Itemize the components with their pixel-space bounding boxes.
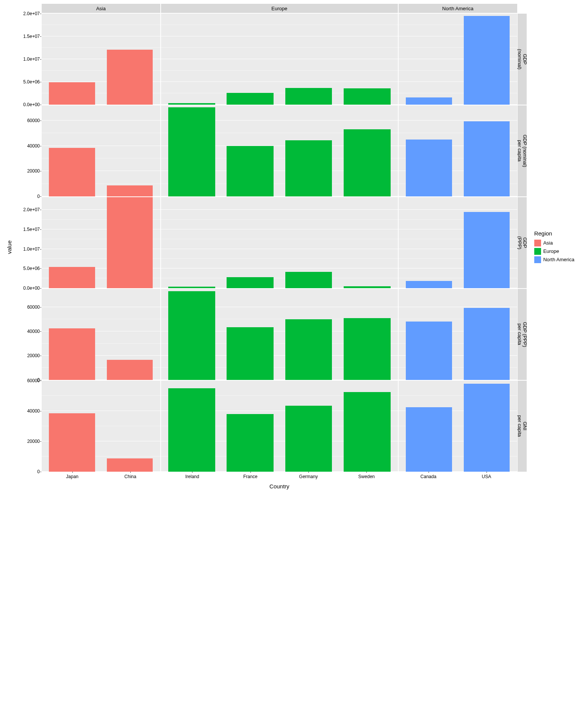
legend-item-asia: Asia [534,240,574,246]
bar [285,272,332,288]
y-axis-label: value [4,240,15,254]
bar [168,103,215,105]
bar-slot [279,197,338,288]
x-tick: USA [457,472,515,482]
bar [168,287,215,288]
bar-slot [221,381,279,472]
bar [227,93,273,105]
bar-slot [279,289,338,380]
facet-row-2 [41,197,518,288]
bar-slot [338,289,396,380]
y-axes-column: 0.0e+005.0e+061.0e+071.5e+072.0e+0702000… [15,4,41,491]
bar [168,388,215,472]
bar [344,286,390,288]
bar [406,407,452,472]
y-axis-row-3: 0200004000060000 [15,289,41,380]
panel [42,381,160,472]
y-tick: 5.0e+06 [23,79,40,85]
legend-label: Asia [543,240,553,246]
bar-slot [458,14,515,105]
panel [161,381,398,472]
y-axis-row-0: 0.0e+005.0e+061.0e+071.5e+072.0e+07 [15,14,41,105]
bar-slot [338,105,396,196]
y-tick: 60000 [27,378,40,383]
bar [168,107,215,196]
y-tick: 5.0e+06 [23,266,40,271]
bar-slot [221,289,279,380]
bar [285,140,332,196]
x-axis-row: JapanChinaIrelandFranceGermanySwedenCana… [41,472,518,482]
y-tick: 40000 [27,143,40,149]
bar [285,319,332,380]
legend-label: North America [543,257,574,262]
bar-slot [163,14,221,105]
bar [107,185,153,196]
bar-slot [400,105,458,196]
column-facet-strips: AsiaEuropeNorth America [41,4,518,13]
bar [464,212,510,288]
bar [107,50,153,105]
bar-slot [458,197,515,288]
col-strip-na: North America [399,4,517,13]
bar-slot [221,14,279,105]
bar-slot [43,381,101,472]
bar [285,406,332,472]
legend-swatch [534,248,541,255]
bar-slot [101,105,158,196]
bar-slot [163,381,221,472]
bar [107,458,153,472]
panel [399,289,517,380]
faceted-bar-chart: value 0.0e+005.0e+061.0e+071.5e+072.0e+0… [4,4,578,491]
panel [399,381,517,472]
y-axis-row-1: 0200004000060000 [15,105,41,196]
bar-slot [400,14,458,105]
bar-slot [43,197,101,288]
bar [344,318,390,380]
bar-slot [163,197,221,288]
y-tick: 2.0e+07 [23,11,40,16]
bar [464,121,510,196]
bar [49,148,95,196]
row-strip-2: GDP(PPP) [518,197,527,288]
x-axis-label: Country [41,482,518,490]
panel [42,14,160,105]
bar-slot [43,105,101,196]
bar [107,197,153,288]
panel [42,289,160,380]
y-tick: 1.5e+07 [23,34,40,39]
bar [285,88,332,105]
bar [49,413,95,472]
bar-slot [221,197,279,288]
legend-swatch [534,256,541,263]
bar [464,384,510,472]
legend-swatch [534,240,541,246]
facet-row-3 [41,289,518,380]
y-tick: 20000 [27,168,40,174]
legend-title: Region [534,230,574,237]
bar-slot [101,381,158,472]
bar-slot [43,14,101,105]
x-tick: Germany [279,472,337,482]
bar [227,327,273,380]
bar [49,328,95,380]
y-tick: 1.0e+07 [23,56,40,62]
bar [168,291,215,380]
bar [464,308,510,380]
y-tick: 60000 [27,118,40,123]
y-tick: 1.0e+07 [23,246,40,252]
legend: Region AsiaEuropeNorth America [527,230,578,265]
bar [49,82,95,105]
panel [399,105,517,196]
bar [406,140,452,196]
legend-item-europe: Europe [534,248,574,255]
y-tick: 1.5e+07 [23,227,40,232]
bar [107,360,153,380]
panel [42,105,160,196]
rows-container [41,14,518,472]
y-tick: 60000 [27,304,40,310]
bar [344,88,390,105]
y-tick: 0 [37,469,40,474]
x-tick: Sweden [338,472,396,482]
x-axis-asia: JapanChina [42,472,161,482]
bar-slot [338,14,396,105]
